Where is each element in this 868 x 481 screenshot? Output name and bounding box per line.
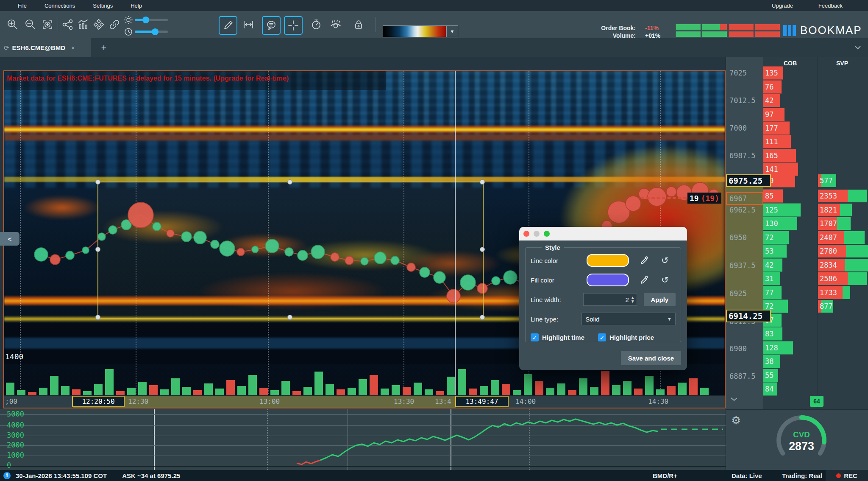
heatmap-palette-bar[interactable] — [383, 25, 446, 37]
selection-handle[interactable] — [95, 179, 100, 185]
panel-collapse-chevron-icon[interactable] — [729, 397, 739, 403]
chart-type-button[interactable] — [75, 16, 92, 33]
price-tick-label: 7025 — [729, 69, 747, 77]
dialog-zoom-icon[interactable] — [544, 231, 550, 237]
tab-list-chevron-icon[interactable] — [854, 45, 862, 51]
volume-bar — [458, 369, 466, 395]
reset-fill-color-icon[interactable]: ↺ — [661, 275, 669, 285]
notes-tool-button[interactable] — [262, 16, 281, 35]
visibility-button[interactable] — [327, 16, 344, 33]
highlight-price-checkbox[interactable]: ✓ — [598, 333, 606, 341]
dialog-close-icon[interactable] — [523, 231, 529, 237]
volume-bar — [83, 391, 92, 395]
reset-line-color-icon[interactable]: ↺ — [661, 255, 669, 266]
share-button[interactable] — [59, 16, 76, 33]
status-ask: ASK ~34 at 6975.25 — [122, 472, 180, 479]
dialog-minimize-icon[interactable] — [534, 231, 540, 237]
brightness-icon — [124, 15, 133, 25]
volume-bar — [39, 388, 47, 395]
time-tick-label: 13:4 — [435, 397, 451, 405]
selection-handle[interactable] — [287, 179, 292, 185]
volume-bar — [149, 385, 158, 395]
highlight-time-checkbox[interactable]: ✓ — [531, 333, 539, 341]
fill-color-swatch[interactable] — [587, 274, 629, 286]
style-dialog: Style Line color ↺ Fill color ↺ — [519, 227, 687, 370]
depth-cell — [675, 24, 701, 30]
collapse-panel-button[interactable]: < — [0, 232, 19, 246]
volume-bar — [348, 388, 356, 395]
menu-file[interactable]: File — [18, 3, 27, 9]
selection-handle[interactable] — [287, 315, 292, 320]
trade-bubble — [666, 187, 676, 197]
gear-icon[interactable]: ⚙ — [731, 414, 741, 427]
selection-handle[interactable] — [480, 179, 485, 185]
time-axis[interactable]: ;0012:3013:0013:3013:414:0014:3012:20:50… — [4, 395, 725, 408]
stepper-icon[interactable]: ▲▼ — [631, 296, 635, 303]
info-icon[interactable]: i — [3, 472, 11, 479]
menu-connections[interactable]: Connections — [45, 3, 75, 9]
refresh-icon[interactable]: ⟳ — [4, 44, 9, 52]
price-tick-label: 6962.5 — [729, 206, 755, 214]
zoom-out-button[interactable] — [22, 16, 39, 33]
volume-bar — [270, 390, 279, 395]
volume-bar — [689, 378, 698, 395]
selection-handle[interactable] — [95, 315, 100, 320]
selection-rectangle[interactable] — [97, 182, 484, 319]
cob-value: 125 — [765, 206, 778, 214]
svp-bar-buy — [848, 190, 867, 202]
draw-tool-button[interactable] — [219, 16, 237, 35]
eyedropper-icon[interactable] — [640, 275, 649, 285]
menu-settings[interactable]: Settings — [93, 3, 113, 9]
add-tab-button[interactable]: + — [97, 42, 111, 54]
selection-handle[interactable] — [480, 315, 485, 320]
brightness-slider[interactable] — [135, 19, 168, 21]
tab-close-icon[interactable]: × — [71, 44, 75, 51]
layers-button[interactable] — [90, 16, 107, 33]
zoom-fit-button[interactable] — [39, 16, 56, 33]
dialog-titlebar[interactable] — [519, 227, 687, 240]
time-slider[interactable] — [135, 31, 168, 33]
line-type-select[interactable]: Solid▼ — [581, 313, 676, 325]
volume-bar — [281, 381, 290, 395]
dialog-group-title: Style — [542, 244, 564, 251]
selection-handle[interactable] — [95, 247, 100, 252]
volume-scale-label: 1400 — [5, 352, 23, 361]
link-button[interactable] — [106, 16, 123, 33]
svp-value: 1733 — [820, 288, 837, 297]
menu-feedback[interactable]: Feedback — [818, 3, 843, 9]
replay-button[interactable] — [308, 16, 325, 33]
volume-bar — [314, 372, 323, 395]
tab-esh6[interactable]: ⟳ ESH6.CME@BMD × — [0, 38, 91, 59]
palette-dropdown-icon[interactable]: ▼ — [446, 25, 458, 37]
line-width-label: Line width: — [531, 296, 583, 303]
menu-bar: FileConnectionsSettingsHelp Upgrade Feed… — [0, 0, 868, 11]
volume-bar — [403, 387, 411, 395]
crosshair-tool-button[interactable] — [284, 16, 303, 35]
cvd-subchart[interactable]: 500040003000200010000 — [0, 409, 726, 470]
status-bar: i 30-Jan-2026 13:43:55.109 COT ASK ~34 a… — [0, 470, 868, 481]
volume-bar — [557, 383, 565, 395]
menu-upgrade[interactable]: Upgrade — [772, 3, 793, 9]
trade-bubble — [66, 251, 74, 260]
select-caret-icon: ▼ — [667, 316, 672, 322]
cvd-line-chart — [0, 409, 726, 470]
zoom-in-button[interactable] — [4, 16, 21, 33]
volume-bar — [645, 376, 654, 395]
cvd-axis-label: 2000 — [7, 441, 24, 449]
lock-button[interactable] — [350, 16, 367, 33]
line-width-input[interactable]: 2 ▲▼ — [583, 293, 637, 306]
save-and-close-button[interactable]: Save and close — [621, 351, 681, 365]
measure-tool-button[interactable] — [240, 16, 257, 33]
apply-button[interactable]: Apply — [644, 293, 676, 306]
trade-bubble — [50, 254, 60, 265]
trade-bubble — [492, 277, 500, 285]
depth-panel: COB SVP 13576429717711116514169851251307… — [726, 57, 868, 409]
menu-help[interactable]: Help — [131, 3, 142, 9]
cvd-axis-label: 4000 — [7, 421, 24, 429]
recording-indicator[interactable]: REC — [826, 470, 868, 481]
selection-handle[interactable] — [480, 247, 485, 252]
line-color-swatch[interactable] — [587, 254, 629, 267]
cob-value: 141 — [765, 165, 778, 173]
eyedropper-icon[interactable] — [640, 256, 649, 265]
volume-bar — [248, 375, 257, 395]
